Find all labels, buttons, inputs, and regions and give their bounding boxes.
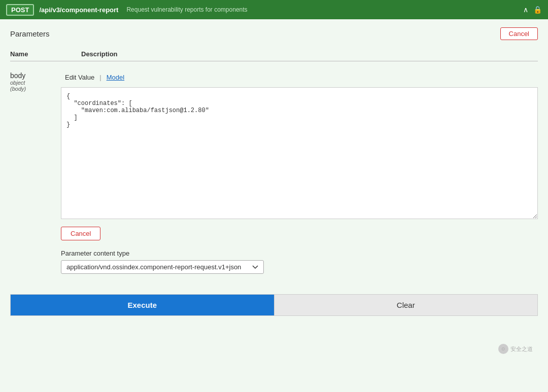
watermark-text: 安全之道 xyxy=(510,345,533,353)
edit-tabs: Edit Value | Model xyxy=(61,72,538,83)
body-textarea[interactable] xyxy=(61,87,538,219)
col-description-header: Description xyxy=(81,50,118,58)
header-icons: ∧ 🔒 xyxy=(523,6,542,14)
endpoint-path: /api/v3/component-report xyxy=(39,6,118,14)
cancel-top-button[interactable]: Cancel xyxy=(500,27,538,40)
param-content-label: Parameter content type xyxy=(61,250,538,257)
col-name-header: Name xyxy=(10,50,51,58)
main-content: Parameters Cancel Name Description body … xyxy=(0,19,548,392)
section-title: Parameters xyxy=(10,29,50,38)
section-header: Parameters Cancel xyxy=(10,27,538,40)
header-bar: POST /api/v3/component-report Request vu… xyxy=(0,0,548,19)
param-description-column: Edit Value | Model Cancel Parameter cont… xyxy=(61,72,538,274)
param-name-column: body object (body) xyxy=(10,72,61,274)
content-type-select[interactable]: application/vnd.ossindex.component-repor… xyxy=(61,260,264,274)
watermark: ⊙ 安全之道 xyxy=(498,344,533,354)
tab-edit-value[interactable]: Edit Value xyxy=(61,72,98,83)
execute-button[interactable]: Execute xyxy=(11,295,274,315)
action-bar: Execute Clear xyxy=(10,294,538,316)
param-name-label: body xyxy=(10,72,51,80)
tab-divider: | xyxy=(99,74,101,81)
clear-button[interactable]: Clear xyxy=(274,295,538,315)
param-row: body object (body) Edit Value | Model Ca… xyxy=(10,66,538,279)
cancel-inline-button[interactable]: Cancel xyxy=(61,227,100,240)
table-header: Name Description xyxy=(10,47,538,61)
endpoint-description: Request vulnerability reports for compon… xyxy=(126,6,247,13)
watermark-icon: ⊙ xyxy=(498,344,508,354)
lock-icon[interactable]: 🔒 xyxy=(533,6,542,14)
method-badge: POST xyxy=(6,4,34,16)
param-type-label: object xyxy=(10,80,51,86)
chevron-icon[interactable]: ∧ xyxy=(523,6,528,14)
param-subtype-label: (body) xyxy=(10,86,51,92)
tab-model[interactable]: Model xyxy=(102,72,128,83)
param-content-section: Parameter content type application/vnd.o… xyxy=(61,250,538,274)
